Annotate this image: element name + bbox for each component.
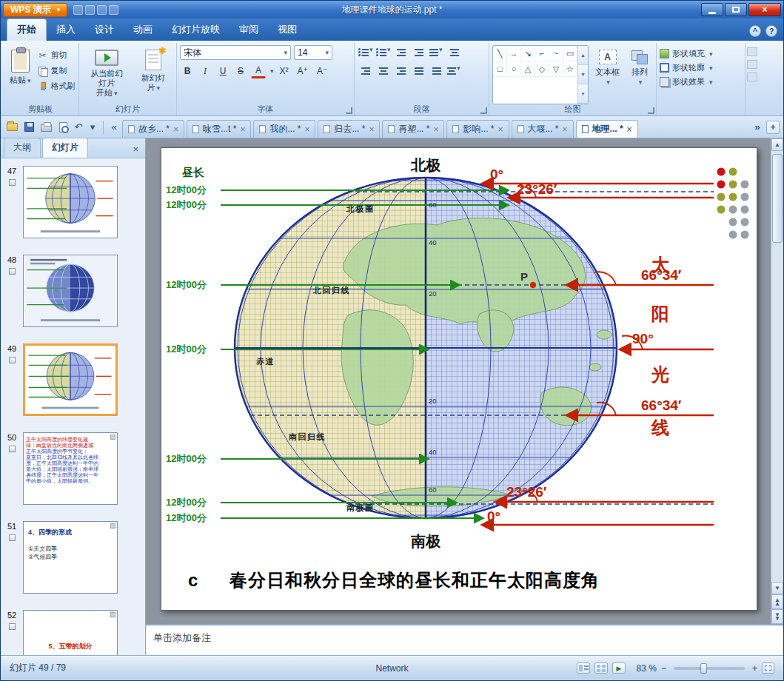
scrollbar-track[interactable] xyxy=(771,151,783,582)
paste-button[interactable]: 粘贴▾ xyxy=(5,45,36,104)
shape-effects-button[interactable]: 形状效果 ▾ xyxy=(660,76,713,87)
tab-slides[interactable]: 幻灯片 xyxy=(42,138,88,158)
distribute-button[interactable] xyxy=(429,64,445,78)
zoom-slider[interactable] xyxy=(674,667,745,670)
shape-triangle-icon[interactable]: △ xyxy=(521,61,535,77)
align-right-button[interactable] xyxy=(393,64,409,78)
caption-prefix[interactable]: c xyxy=(188,570,198,590)
new-document-tab-button[interactable]: + xyxy=(766,121,780,134)
underline-button[interactable]: U xyxy=(215,64,230,78)
format-painter-button[interactable]: 格式刷 xyxy=(38,81,76,92)
shape-diagonal-arrow-icon[interactable]: ↘ xyxy=(521,46,535,61)
tab-outline[interactable]: 大纲 xyxy=(4,138,41,158)
previous-slide-button[interactable]: ▲▲ xyxy=(771,594,783,609)
slideshow-button[interactable]: ▶ xyxy=(612,662,626,674)
close-tab-icon[interactable]: × xyxy=(240,125,245,134)
gallery-scroll-up-icon[interactable]: ▲ xyxy=(578,46,588,65)
slide-thumbnail-52[interactable]: 52 5、五带的划分 xyxy=(1,610,142,657)
shape-oval-icon[interactable]: ○ xyxy=(507,61,521,77)
increase-font-button[interactable]: A⁺ xyxy=(295,64,311,78)
slide-thumbnail-51[interactable]: 51 4、四季的形成 ①天文四季 ②气候四季 xyxy=(1,521,142,594)
open-button[interactable] xyxy=(4,120,19,135)
animation-indicator-icon[interactable] xyxy=(9,623,16,630)
close-tab-icon[interactable]: × xyxy=(563,125,568,134)
tab-design[interactable]: 设计 xyxy=(85,19,124,41)
save-button[interactable] xyxy=(21,120,36,135)
shape-diamond-icon[interactable]: ◇ xyxy=(535,61,549,77)
animation-indicator-icon[interactable] xyxy=(9,179,16,186)
slide-thumbnail-48[interactable]: 48 xyxy=(1,255,142,327)
wps-app-button[interactable]: WPS 演示 ▾ xyxy=(3,3,67,17)
arrange-button[interactable]: 排列▾ xyxy=(626,45,653,104)
font-size-select[interactable]: 14 ▾ xyxy=(294,45,332,60)
doc-tab-dili-active[interactable]: 地理... *× xyxy=(576,120,638,138)
gallery-scroll-down-icon[interactable]: ▼ xyxy=(578,65,588,84)
drawing-dialog-launcher-icon[interactable] xyxy=(648,107,654,114)
tab-home[interactable]: 开始 xyxy=(7,19,47,41)
caption-text[interactable]: 春分日和秋分日全球的昼长和正午太阳高度角 xyxy=(229,570,600,590)
shape-elbow-icon[interactable]: ⌐ xyxy=(535,46,549,61)
increase-indent-button[interactable] xyxy=(411,45,427,60)
font-dialog-launcher-icon[interactable] xyxy=(346,107,352,114)
superscript-button[interactable]: X² xyxy=(277,64,292,78)
columns-button[interactable]: ▾ xyxy=(446,64,463,78)
new-slide-button[interactable]: ✱ 新幻灯片▾ xyxy=(133,45,173,104)
shape-down-triangle-icon[interactable]: ▽ xyxy=(549,61,563,77)
close-panel-icon[interactable]: × xyxy=(129,144,142,158)
equinox-globe-diagram[interactable]: 昼长 12时00分 12时00分 12时00分 12时00分 12时00分 12… xyxy=(161,148,757,610)
undo-button[interactable]: ↶ xyxy=(73,121,84,132)
copy-button[interactable]: 复制 xyxy=(38,65,76,76)
zoom-slider-knob[interactable] xyxy=(700,663,707,674)
close-tab-icon[interactable]: × xyxy=(369,125,374,134)
close-button[interactable]: × xyxy=(748,3,781,16)
shape-star-icon[interactable]: ☆ xyxy=(563,61,577,77)
animation-indicator-icon[interactable] xyxy=(9,534,16,541)
paragraph-dialog-launcher-icon[interactable] xyxy=(480,107,487,114)
next-slide-button[interactable]: ▼▼ xyxy=(771,609,783,624)
line-spacing-button[interactable]: ▾ xyxy=(429,45,445,60)
collapse-ribbon-button[interactable]: ^ xyxy=(749,25,761,37)
cut-button[interactable]: ✂ 剪切 xyxy=(38,50,76,61)
close-tab-icon[interactable]: × xyxy=(498,125,503,134)
slide-thumbnail-47[interactable]: 47 xyxy=(1,166,142,238)
shape-line-icon[interactable]: ╲ xyxy=(493,46,507,61)
gallery-more-icon[interactable]: ▾ xyxy=(578,84,588,104)
text-direction-button[interactable] xyxy=(446,45,463,60)
font-color-button[interactable]: A xyxy=(251,64,266,78)
minimize-button[interactable] xyxy=(701,3,723,16)
zoom-in-icon[interactable]: + xyxy=(752,663,757,674)
qat-icon[interactable] xyxy=(109,5,118,15)
animation-indicator-icon[interactable] xyxy=(9,268,16,275)
animation-indicator-icon[interactable] xyxy=(9,357,16,363)
strikethrough-button[interactable]: S xyxy=(233,64,248,78)
chevron-down-icon[interactable]: ▾ xyxy=(270,67,274,75)
doc-tab-yingxiang[interactable]: 影响... *× xyxy=(446,120,509,138)
scroll-tabs-left-button[interactable]: « xyxy=(108,121,120,132)
align-center-button[interactable] xyxy=(375,64,392,78)
scroll-down-button[interactable]: ▼ xyxy=(771,582,783,594)
tab-insert[interactable]: 插入 xyxy=(47,19,85,41)
close-tab-icon[interactable]: × xyxy=(433,125,438,134)
scroll-tabs-right-button[interactable]: » xyxy=(751,121,763,132)
numbering-button[interactable]: ▾ xyxy=(375,45,392,60)
doc-tab-wode[interactable]: 我的... *× xyxy=(253,120,315,138)
shape-square-icon[interactable]: □ xyxy=(493,61,507,77)
help-button[interactable]: ? xyxy=(765,25,777,37)
bold-button[interactable]: B xyxy=(180,64,195,78)
bullets-button[interactable]: ▾ xyxy=(358,45,374,60)
doc-tab-guxiang[interactable]: 故乡... *× xyxy=(122,120,184,138)
slide-thumbnail-49-selected[interactable]: 49 xyxy=(1,343,142,416)
doc-tab-guiqu[interactable]: 归去... *× xyxy=(318,120,380,138)
decrease-indent-button[interactable] xyxy=(393,45,409,60)
toolbar-more-button[interactable]: ▾ xyxy=(87,121,98,132)
close-tab-icon[interactable]: × xyxy=(627,125,632,134)
decrease-font-button[interactable]: A⁻ xyxy=(314,64,330,78)
align-left-button[interactable] xyxy=(358,64,374,78)
justify-button[interactable] xyxy=(411,64,427,78)
shape-curve-icon[interactable]: ~ xyxy=(549,46,563,61)
italic-button[interactable]: I xyxy=(198,64,212,78)
print-preview-button[interactable] xyxy=(56,120,70,135)
slide-sorter-view-button[interactable] xyxy=(594,662,608,674)
scroll-up-button[interactable]: ▲ xyxy=(771,138,783,151)
animation-indicator-icon[interactable] xyxy=(9,446,16,452)
